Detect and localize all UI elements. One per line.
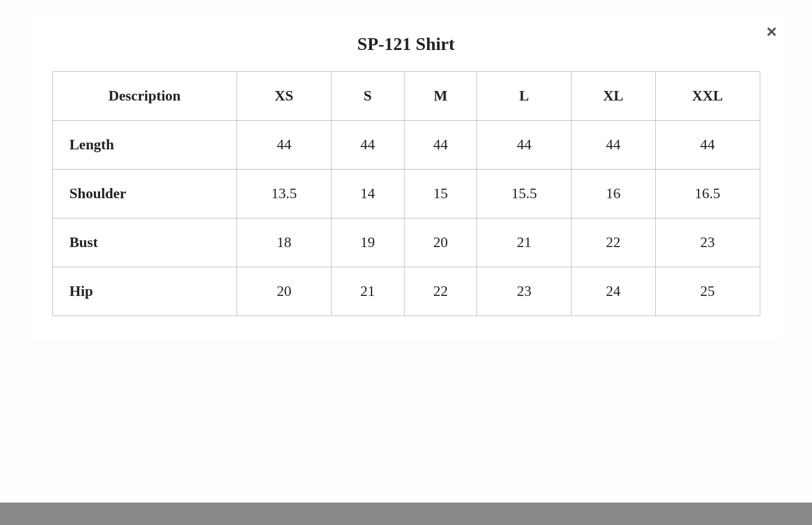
value-cell: 25 (655, 267, 760, 316)
value-cell: 20 (404, 218, 477, 267)
row-label-cell: Hip (52, 267, 237, 316)
value-cell: 16.5 (655, 170, 760, 218)
value-cell: 44 (571, 121, 655, 170)
col-header-xxl: XXL (655, 72, 760, 121)
value-cell: 22 (571, 218, 655, 267)
table-header-row: Description XS S M L XL XXL (52, 72, 760, 121)
table-row: Hip202122232425 (52, 267, 760, 316)
size-table: Description XS S M L XL XXL Length444444… (52, 71, 760, 316)
value-cell: 19 (331, 218, 404, 267)
table-row: Shoulder13.5141515.51616.5 (52, 170, 760, 218)
value-cell: 44 (477, 121, 571, 170)
row-label-cell: Length (52, 121, 237, 170)
value-cell: 13.5 (237, 170, 332, 218)
value-cell: 21 (331, 267, 404, 316)
col-header-description: Description (52, 72, 237, 121)
col-header-xl: XL (571, 72, 655, 121)
value-cell: 20 (237, 267, 332, 316)
modal-container: × SP-121 Shirt Description XS S M L XL X… (30, 17, 783, 339)
col-header-m: M (404, 72, 477, 121)
value-cell: 15.5 (477, 170, 571, 218)
bottom-strip (0, 503, 812, 525)
value-cell: 15 (404, 170, 477, 218)
row-label-cell: Shoulder (52, 170, 237, 218)
close-button[interactable]: × (766, 22, 777, 40)
col-header-l: L (477, 72, 571, 121)
table-row: Bust181920212223 (52, 218, 760, 267)
value-cell: 18 (237, 218, 332, 267)
col-header-xs: XS (237, 72, 332, 121)
value-cell: 44 (237, 121, 332, 170)
value-cell: 16 (571, 170, 655, 218)
modal-title: SP-121 Shirt (52, 34, 760, 54)
value-cell: 14 (331, 170, 404, 218)
value-cell: 24 (571, 267, 655, 316)
col-header-s: S (331, 72, 404, 121)
value-cell: 44 (655, 121, 760, 170)
value-cell: 23 (655, 218, 760, 267)
value-cell: 44 (331, 121, 404, 170)
value-cell: 22 (404, 267, 477, 316)
value-cell: 23 (477, 267, 571, 316)
row-label-cell: Bust (52, 218, 237, 267)
value-cell: 21 (477, 218, 571, 267)
modal-overlay: × SP-121 Shirt Description XS S M L XL X… (0, 0, 812, 525)
table-row: Length444444444444 (52, 121, 760, 170)
value-cell: 44 (404, 121, 477, 170)
